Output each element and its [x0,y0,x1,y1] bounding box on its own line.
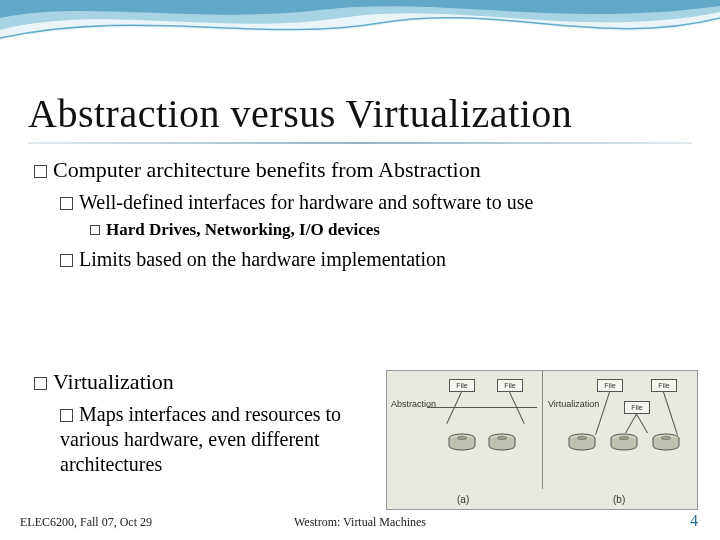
diagram-sub-a: (a) [457,494,469,505]
disk-icon [447,433,477,451]
diagram-right-label: Virtualization [548,399,599,409]
bullet-level1: Virtualization [34,368,374,396]
file-box: File [651,379,677,392]
slide-number: 4 [690,512,698,530]
file-box: File [597,379,623,392]
square-bullet-icon [34,377,47,390]
diagram-sub-b: (b) [613,494,625,505]
disk-icon [651,433,681,451]
svg-point-3 [497,436,507,439]
text: Well-defined interfaces for hardware and… [79,191,533,213]
file-box: File [449,379,475,392]
bullet-level3: Hard Drives, Networking, I/O devices [90,219,690,241]
slide-title: Abstraction versus Virtualization [28,90,572,137]
text: Limits based on the hardware implementat… [79,248,446,270]
abstraction-virtualization-diagram: Abstraction Virtualization File File Fil… [386,370,698,510]
bullet-level2: Limits based on the hardware implementat… [60,247,690,272]
square-bullet-icon [34,165,47,178]
square-bullet-icon [60,197,73,210]
diagram-line [427,407,537,408]
header-wave-decoration [0,0,720,90]
text: Computer architecture benefits from Abst… [53,157,481,182]
text: Hard Drives, Networking, I/O devices [106,220,380,239]
svg-point-7 [619,436,629,439]
slide: Abstraction versus Virtualization Comput… [0,0,720,540]
square-bullet-icon [90,225,100,235]
disk-icon [487,433,517,451]
svg-point-5 [577,436,587,439]
svg-point-9 [661,436,671,439]
bullet-level2: Maps interfaces and resources to various… [60,402,374,477]
footer-center: Westrom: Virtual Machines [0,515,720,530]
disk-icon [567,433,597,451]
diagram-line [663,392,678,435]
virtualization-block: Virtualization Maps interfaces and resou… [34,368,374,481]
square-bullet-icon [60,409,73,422]
diagram-divider [542,371,543,489]
bullet-level2: Well-defined interfaces for hardware and… [60,190,690,215]
file-box: File [624,401,650,414]
file-box: File [497,379,523,392]
bullet-level1: Computer architecture benefits from Abst… [34,156,690,184]
text: Maps interfaces and resources to various… [60,403,341,475]
square-bullet-icon [60,254,73,267]
diagram-line [636,414,648,434]
body-content: Computer architecture benefits from Abst… [34,156,690,276]
title-underline [28,142,692,144]
svg-point-1 [457,436,467,439]
diagram-line [625,414,637,434]
disk-icon [609,433,639,451]
text: Virtualization [53,369,174,394]
